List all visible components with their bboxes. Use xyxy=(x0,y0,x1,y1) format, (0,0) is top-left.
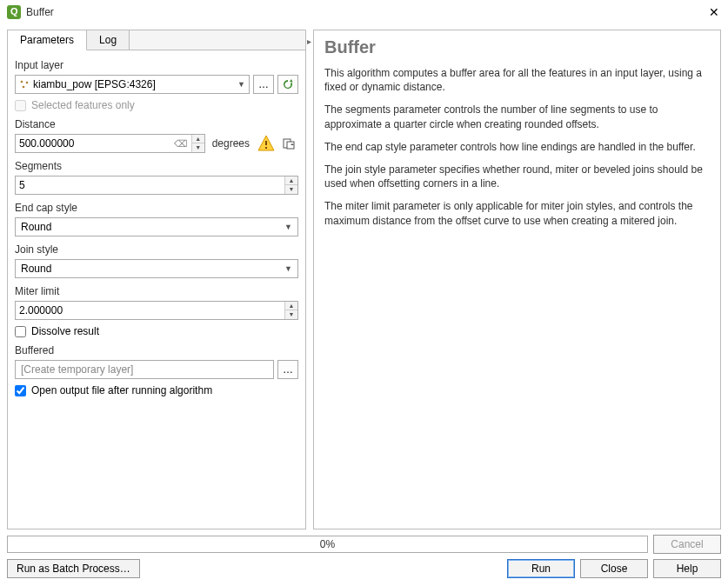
clear-icon[interactable]: ⌫ xyxy=(170,138,191,150)
buffered-output-input[interactable]: [Create temporary layer] xyxy=(15,360,274,379)
segments-input[interactable] xyxy=(16,176,284,194)
chevron-down-icon: ▼ xyxy=(284,223,292,231)
dissolve-label: Dissolve result xyxy=(31,325,99,337)
selected-features-label: Selected features only xyxy=(31,99,135,111)
joinstyle-label: Join style xyxy=(15,243,298,256)
batch-button[interactable]: Run as Batch Process… xyxy=(7,559,140,578)
ellipsis-icon: … xyxy=(258,78,269,90)
svg-rect-3 xyxy=(265,141,267,145)
segments-input-wrapper: ▲▼ xyxy=(15,176,298,195)
open-after-checkbox[interactable] xyxy=(15,385,26,396)
spin-up-icon[interactable]: ▲ xyxy=(192,135,204,143)
spin-up-icon[interactable]: ▲ xyxy=(285,176,297,185)
iterate-button[interactable] xyxy=(277,75,298,94)
help-paragraph: The miter limit parameter is only applic… xyxy=(324,199,710,227)
close-icon[interactable]: ✕ xyxy=(707,5,721,19)
progress-bar: 0% xyxy=(7,536,648,553)
input-layer-value: kiambu_pow [EPSG:4326] xyxy=(33,78,156,90)
dissolve-checkbox[interactable] xyxy=(15,326,26,337)
selected-features-checkbox-row: Selected features only xyxy=(15,99,298,111)
help-paragraph: The end cap style parameter controls how… xyxy=(324,140,710,154)
tab-log[interactable]: Log xyxy=(87,30,130,50)
open-after-label: Open output file after running algorithm xyxy=(31,384,212,396)
tab-parameters[interactable]: Parameters xyxy=(8,30,87,50)
distance-input-wrapper: ⌫ ▲▼ xyxy=(15,134,205,153)
ellipsis-icon: … xyxy=(283,363,293,376)
svg-point-2 xyxy=(23,86,25,89)
input-layer-combo[interactable]: kiambu_pow [EPSG:4326] ▼ xyxy=(15,75,250,94)
chevron-down-icon: ▼ xyxy=(284,264,292,273)
warning-icon xyxy=(257,134,276,153)
distance-label: Distance xyxy=(15,118,298,130)
bottom-bar: 0% Cancel Run as Batch Process… Run Clos… xyxy=(0,529,728,583)
miter-input[interactable] xyxy=(16,302,284,319)
input-layer-label: Input layer xyxy=(15,59,298,71)
browse-button[interactable]: … xyxy=(253,75,274,94)
segments-label: Segments xyxy=(15,160,298,172)
parameters-panel: Parameters Log Input layer kiambu_pow [E… xyxy=(7,30,306,529)
distance-unit: degrees xyxy=(209,137,253,150)
help-panel: Buffer This algorithm computes a buffer … xyxy=(313,30,721,529)
collapse-panel-icon[interactable]: ▸ xyxy=(307,37,311,46)
close-button[interactable]: Close xyxy=(580,559,648,578)
help-button[interactable]: Help xyxy=(653,559,721,578)
selected-features-checkbox xyxy=(15,100,26,111)
titlebar: Buffer ✕ xyxy=(0,0,728,24)
distance-spinner[interactable]: ▲▼ xyxy=(191,135,204,152)
cancel-button: Cancel xyxy=(653,535,721,554)
spin-down-icon[interactable]: ▼ xyxy=(285,185,297,194)
open-after-checkbox-row[interactable]: Open output file after running algorithm xyxy=(15,384,298,396)
help-title: Buffer xyxy=(324,37,710,57)
joinstyle-select[interactable]: Round ▼ xyxy=(15,259,298,278)
endcap-select[interactable]: Round ▼ xyxy=(15,217,298,236)
help-paragraph: This algorithm computes a buffer area fo… xyxy=(324,66,710,94)
dissolve-checkbox-row[interactable]: Dissolve result xyxy=(15,325,298,337)
help-paragraph: The join style parameter specifies wheth… xyxy=(324,163,710,190)
layer-points-icon xyxy=(19,79,30,90)
help-paragraph: The segments parameter controls the numb… xyxy=(324,103,710,130)
app-icon xyxy=(7,5,21,19)
svg-point-0 xyxy=(21,81,23,83)
progress-text: 0% xyxy=(320,538,335,550)
data-defined-override-button[interactable] xyxy=(279,134,298,153)
endcap-label: End cap style xyxy=(15,202,298,214)
spin-down-icon[interactable]: ▼ xyxy=(192,143,204,152)
svg-point-1 xyxy=(26,82,29,84)
buffered-label: Buffered xyxy=(15,344,298,356)
window-title: Buffer xyxy=(26,6,707,18)
chevron-down-icon: ▼ xyxy=(237,80,245,89)
tab-bar: Parameters Log xyxy=(8,30,305,50)
buffered-placeholder: [Create temporary layer] xyxy=(21,363,133,376)
miter-input-wrapper: ▲▼ xyxy=(15,301,298,320)
reload-icon xyxy=(282,78,294,90)
miter-spinner[interactable]: ▲▼ xyxy=(284,302,297,319)
miter-label: Miter limit xyxy=(15,285,298,297)
joinstyle-value: Round xyxy=(21,263,51,275)
distance-input[interactable] xyxy=(16,135,170,152)
spin-up-icon[interactable]: ▲ xyxy=(285,302,297,310)
endcap-value: Round xyxy=(21,221,51,233)
data-override-icon xyxy=(282,137,296,150)
output-browse-button[interactable]: … xyxy=(277,360,298,379)
segments-spinner[interactable]: ▲▼ xyxy=(284,176,297,194)
spin-down-icon[interactable]: ▼ xyxy=(285,310,297,319)
svg-rect-4 xyxy=(265,147,267,149)
run-button[interactable]: Run xyxy=(507,559,575,578)
